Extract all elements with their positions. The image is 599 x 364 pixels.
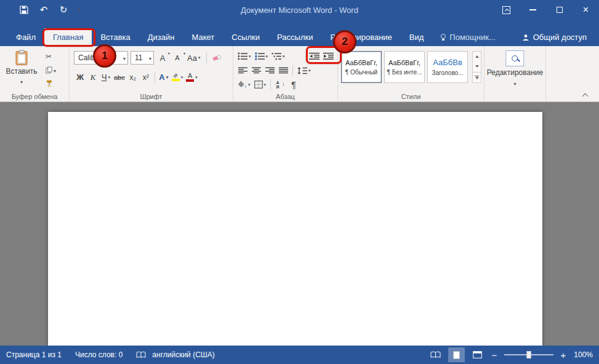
- grow-font-button[interactable]: А: [156, 52, 169, 65]
- ribbon-display-options-button[interactable]: [493, 0, 520, 20]
- style-heading1[interactable]: АаБбВв Заголово...: [427, 51, 468, 83]
- styles-more-button[interactable]: [473, 72, 481, 82]
- zoom-slider[interactable]: [504, 354, 553, 355]
- redo-button[interactable]: ↻: [54, 2, 73, 18]
- font-size-combobox[interactable]: 11: [131, 51, 154, 65]
- paragraph-row-2: [236, 64, 335, 77]
- word-count[interactable]: Число слов: 0: [75, 350, 123, 359]
- pilcrow-icon: ¶: [291, 80, 296, 90]
- style-name: ¶ Без инте...: [387, 69, 422, 76]
- styles-group-label: Стили: [338, 93, 484, 100]
- page-indicator[interactable]: Страница 1 из 1: [6, 350, 62, 359]
- paragraph-group-label: Абзац: [233, 93, 337, 100]
- zoom-percentage[interactable]: 100%: [572, 350, 593, 359]
- italic-button[interactable]: К: [87, 71, 99, 84]
- zoom-out-button[interactable]: −: [490, 350, 499, 360]
- change-case-button[interactable]: Аа: [186, 52, 202, 65]
- tab-references[interactable]: Ссылки: [223, 28, 268, 46]
- align-center-icon: [252, 67, 261, 74]
- status-bar-right: − + 100%: [427, 347, 593, 362]
- language-indicator[interactable]: английский (США): [152, 350, 214, 359]
- bullet-list-icon: [238, 52, 247, 60]
- align-left-button[interactable]: [236, 64, 249, 77]
- separator: [292, 65, 293, 76]
- assistant-label: Помощник...: [449, 33, 495, 42]
- borders-button[interactable]: [253, 78, 268, 91]
- tab-design[interactable]: Дизайн: [139, 28, 183, 46]
- web-layout-button[interactable]: [469, 347, 486, 362]
- caret-down-icon: [513, 79, 516, 87]
- ribbon-spacer: [546, 46, 599, 101]
- strikethrough-button[interactable]: abc: [113, 71, 126, 84]
- tab-mailings[interactable]: Рассылки: [268, 28, 321, 46]
- save-button[interactable]: [15, 2, 33, 18]
- editing-button[interactable]: Редактирование: [487, 50, 543, 87]
- maximize-button[interactable]: [546, 0, 573, 20]
- align-center-button[interactable]: [250, 64, 262, 77]
- font-color-icon: А: [186, 73, 194, 82]
- style-name: Заголово...: [432, 69, 464, 76]
- font-color-button[interactable]: А: [185, 71, 199, 84]
- document-page[interactable]: [48, 112, 542, 346]
- shading-icon: [238, 81, 247, 89]
- font-group-label: Шрифт: [70, 93, 233, 100]
- numbering-button[interactable]: [254, 50, 270, 63]
- close-button[interactable]: ×: [573, 0, 599, 20]
- superscript-button[interactable]: х²: [140, 71, 152, 84]
- title-bar: ↶ ↻ Документ Microsoft Word - Word ×: [0, 0, 599, 20]
- undo-button[interactable]: ↶: [34, 2, 53, 18]
- numbered-list-icon: [255, 52, 265, 60]
- align-right-button[interactable]: [263, 64, 276, 77]
- justify-button[interactable]: [277, 64, 289, 77]
- proofing-status-button[interactable]: [136, 351, 146, 358]
- read-mode-button[interactable]: [427, 347, 444, 362]
- paste-button[interactable]: Вставить: [4, 50, 39, 93]
- document-area[interactable]: [0, 102, 599, 346]
- style-normal[interactable]: АаБбВвГг, ¶ Обычный: [341, 51, 382, 83]
- subscript-button[interactable]: х₂: [127, 71, 139, 84]
- share-button[interactable]: Общий доступ: [516, 28, 593, 46]
- bold-button[interactable]: Ж: [74, 71, 86, 84]
- minimize-button[interactable]: [520, 0, 546, 20]
- styles-scroll-down-button[interactable]: [473, 61, 481, 71]
- underline-button[interactable]: Ч: [100, 71, 112, 84]
- clipboard-group-label: Буфер обмена: [0, 93, 69, 100]
- cut-button[interactable]: ✂: [46, 52, 52, 60]
- web-layout-icon: [473, 351, 482, 358]
- zoom-in-button[interactable]: +: [559, 350, 568, 360]
- highlight-color-button[interactable]: [171, 71, 185, 84]
- multilevel-list-button[interactable]: [270, 50, 286, 63]
- annotation-number: 1: [102, 50, 107, 62]
- sort-button[interactable]: АЯ↓: [274, 78, 286, 91]
- align-left-icon: [238, 67, 247, 74]
- tab-view[interactable]: Вид: [401, 28, 433, 46]
- clear-formatting-button[interactable]: [211, 52, 223, 65]
- tab-insert[interactable]: Вставка: [92, 28, 139, 46]
- copy-button[interactable]: [46, 66, 56, 74]
- undo-icon: ↶: [40, 4, 48, 15]
- tab-layout[interactable]: Макет: [183, 28, 223, 46]
- line-spacing-icon: [297, 67, 307, 74]
- shrink-font-button[interactable]: А: [171, 52, 183, 65]
- paragraph-row-3: АЯ↓ ¶: [236, 78, 335, 91]
- tab-file[interactable]: Файл: [7, 28, 44, 46]
- styles-scroll-up-button[interactable]: [473, 52, 481, 61]
- text-effects-button[interactable]: А: [158, 71, 170, 84]
- ribbon: Вставить ✂ Буфер обмена Calibri 11 А А А…: [0, 46, 599, 102]
- line-spacing-button[interactable]: [296, 64, 312, 77]
- collapse-ribbon-button[interactable]: [578, 89, 592, 100]
- show-paragraph-marks-button[interactable]: ¶: [287, 78, 300, 91]
- lightbulb-icon: [441, 34, 446, 39]
- caret-down-icon: [54, 66, 56, 74]
- customize-quick-access-button[interactable]: [74, 2, 85, 18]
- annotation-step-1: 1: [93, 44, 116, 68]
- align-right-icon: [265, 67, 275, 74]
- tab-assistant[interactable]: Помощник...: [432, 28, 504, 46]
- bullets-button[interactable]: [236, 50, 252, 63]
- style-no-spacing[interactable]: АаБбВвГг, ¶ Без инте...: [384, 51, 425, 83]
- shading-button[interactable]: [236, 78, 252, 91]
- format-painter-button[interactable]: [46, 79, 53, 87]
- zoom-slider-thumb[interactable]: [527, 351, 531, 358]
- styles-gallery: АаБбВвГг, ¶ Обычный АаБбВвГг, ¶ Без инте…: [341, 51, 468, 83]
- print-layout-button[interactable]: [448, 347, 465, 362]
